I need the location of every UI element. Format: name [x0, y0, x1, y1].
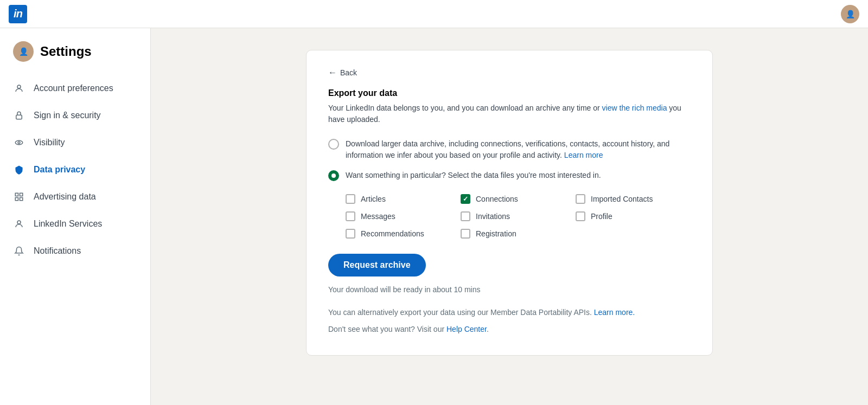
- help-center-link[interactable]: Help Center: [446, 325, 487, 333]
- help-text: Don't see what you want? Visit our Help …: [328, 325, 691, 333]
- checkbox-box-articles[interactable]: [346, 194, 355, 204]
- checkbox-label-messages: Messages: [361, 212, 395, 221]
- help-prefix: Don't see what you want? Visit our: [328, 325, 446, 333]
- checkbox-box-imported-contacts[interactable]: [576, 194, 585, 204]
- learn-more-link-archive[interactable]: Learn more: [564, 151, 603, 159]
- person-icon: [13, 82, 25, 94]
- checkbox-messages[interactable]: Messages: [346, 211, 461, 221]
- checkbox-registration[interactable]: Registration: [461, 229, 576, 239]
- svg-rect-6: [15, 198, 18, 201]
- sidebar-item-notifications[interactable]: Notifications: [0, 237, 150, 265]
- svg-rect-4: [15, 193, 18, 196]
- download-note: Your download will be ready in about 10 …: [328, 285, 691, 294]
- checkbox-label-articles: Articles: [361, 195, 386, 203]
- checkbox-box-recommendations[interactable]: [346, 229, 355, 239]
- checkbox-box-profile[interactable]: [576, 211, 585, 221]
- radio-option-larger-archive[interactable]: Download larger data archive, including …: [328, 138, 691, 161]
- radio-label-larger-archive: Download larger data archive, including …: [346, 138, 691, 161]
- sidebar-item-sign-in-security[interactable]: Sign in & security: [0, 102, 150, 129]
- sidebar: 👤 Settings Account preferences Sign in &…: [0, 28, 151, 405]
- sidebar-item-label-sign-in-security: Sign in & security: [34, 111, 101, 120]
- svg-point-3: [18, 142, 20, 144]
- header: in 👤: [0, 0, 868, 28]
- radio-select-files[interactable]: [328, 170, 339, 181]
- checkbox-invitations[interactable]: Invitations: [461, 211, 576, 221]
- sidebar-item-advertising-data[interactable]: Advertising data: [0, 183, 150, 210]
- checkbox-box-invitations[interactable]: [461, 211, 470, 221]
- export-desc-prefix: Your LinkedIn data belongs to you, and y…: [328, 104, 602, 112]
- checkbox-label-connections: Connections: [476, 195, 518, 203]
- checkbox-label-recommendations: Recommendations: [361, 229, 424, 238]
- back-label: Back: [340, 68, 357, 77]
- checkbox-label-invitations: Invitations: [476, 212, 510, 221]
- main-layout: 👤 Settings Account preferences Sign in &…: [0, 28, 868, 405]
- checkbox-box-connections[interactable]: [461, 194, 470, 204]
- checkbox-articles[interactable]: Articles: [346, 194, 461, 204]
- export-description: Your LinkedIn data belongs to you, and y…: [328, 102, 691, 125]
- person2-icon: [13, 218, 25, 230]
- checkbox-box-messages[interactable]: [346, 211, 355, 221]
- linkedin-logo[interactable]: in: [9, 5, 27, 23]
- sidebar-item-label-linkedin-services: LinkedIn Services: [34, 219, 102, 229]
- sidebar-item-label-data-privacy: Data privacy: [34, 165, 85, 175]
- eye-icon: [13, 137, 25, 149]
- radio-label-select-files: Want something in particular? Select the…: [346, 170, 601, 181]
- sidebar-item-label-account-preferences: Account preferences: [34, 83, 113, 93]
- sidebar-item-linkedin-services[interactable]: LinkedIn Services: [0, 210, 150, 237]
- back-arrow-icon: ←: [328, 68, 337, 78]
- sidebar-nav-list: Account preferences Sign in & security V…: [0, 75, 150, 265]
- member-data-portability-link[interactable]: Learn more.: [594, 308, 635, 317]
- checkbox-label-profile: Profile: [591, 212, 612, 221]
- sidebar-item-label-notifications: Notifications: [34, 246, 81, 256]
- checkbox-box-registration[interactable]: [461, 229, 470, 239]
- sidebar-avatar: 👤: [13, 41, 34, 62]
- export-card: ← Back Export your data Your LinkedIn da…: [306, 50, 713, 356]
- help-suffix: .: [487, 325, 489, 333]
- sidebar-nav: Account preferences Sign in & security V…: [0, 75, 150, 265]
- grid-icon: [13, 191, 25, 203]
- checkbox-label-registration: Registration: [476, 229, 516, 238]
- content-area: ← Back Export your data Your LinkedIn da…: [151, 28, 868, 405]
- export-title: Export your data: [328, 88, 691, 98]
- sidebar-title-area: 👤 Settings: [0, 41, 150, 75]
- sidebar-item-visibility[interactable]: Visibility: [0, 129, 150, 156]
- svg-rect-1: [16, 115, 22, 119]
- radio-group: Download larger data archive, including …: [328, 138, 691, 181]
- back-button[interactable]: ← Back: [328, 68, 357, 78]
- svg-point-8: [17, 221, 21, 224]
- request-archive-button[interactable]: Request archive: [328, 254, 426, 277]
- sidebar-item-label-advertising-data: Advertising data: [34, 192, 96, 202]
- svg-point-0: [17, 85, 21, 88]
- user-avatar[interactable]: 👤: [841, 5, 859, 23]
- radio-option-select-files[interactable]: Want something in particular? Select the…: [328, 170, 691, 181]
- radio-larger-archive[interactable]: [328, 139, 339, 150]
- checkboxes-grid: Articles Connections Imported Contacts M…: [346, 194, 691, 239]
- sidebar-item-label-visibility: Visibility: [34, 138, 65, 147]
- view-rich-media-link[interactable]: view the rich media: [602, 104, 667, 112]
- alt-export-text: You can alternatively export your data u…: [328, 307, 691, 318]
- svg-rect-7: [20, 198, 23, 201]
- shield-icon: [13, 164, 25, 176]
- checkbox-connections[interactable]: Connections: [461, 194, 576, 204]
- svg-rect-5: [20, 193, 23, 196]
- sidebar-item-account-preferences[interactable]: Account preferences: [0, 75, 150, 102]
- lock-icon: [13, 110, 25, 121]
- sidebar-title: Settings: [40, 44, 92, 59]
- alt-export-prefix: You can alternatively export your data u…: [328, 308, 594, 317]
- checkbox-imported-contacts[interactable]: Imported Contacts: [576, 194, 691, 204]
- bell-icon: [13, 245, 25, 257]
- sidebar-item-data-privacy[interactable]: Data privacy: [0, 156, 150, 183]
- checkbox-recommendations[interactable]: Recommendations: [346, 229, 461, 239]
- checkbox-label-imported-contacts: Imported Contacts: [591, 195, 653, 203]
- checkbox-profile[interactable]: Profile: [576, 211, 691, 221]
